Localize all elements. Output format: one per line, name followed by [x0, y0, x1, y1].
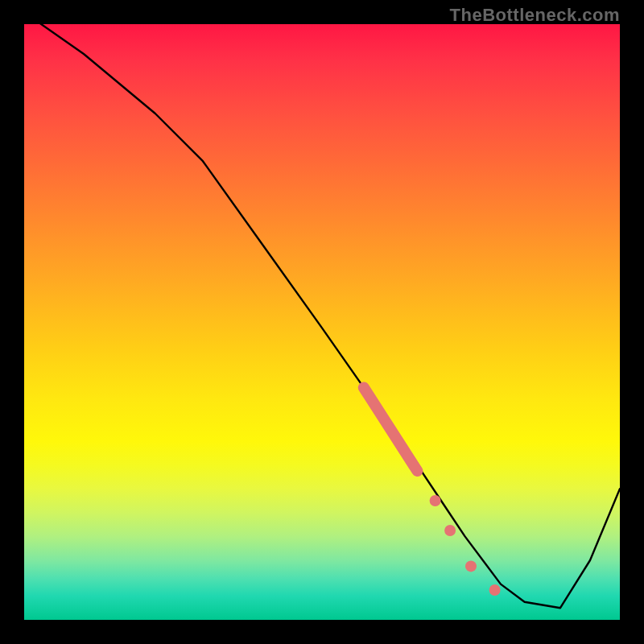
dot-1 [430, 495, 441, 506]
dot-4 [489, 584, 501, 596]
watermark-text: TheBottleneck.com [450, 5, 620, 26]
chart-svg [24, 24, 620, 620]
chart-frame: TheBottleneck.com [0, 0, 644, 644]
plot-area [24, 24, 620, 620]
dot-3 [465, 560, 477, 572]
bottleneck-curve [24, 24, 620, 608]
highlight-segment [364, 387, 418, 471]
dot-2 [444, 525, 456, 536]
